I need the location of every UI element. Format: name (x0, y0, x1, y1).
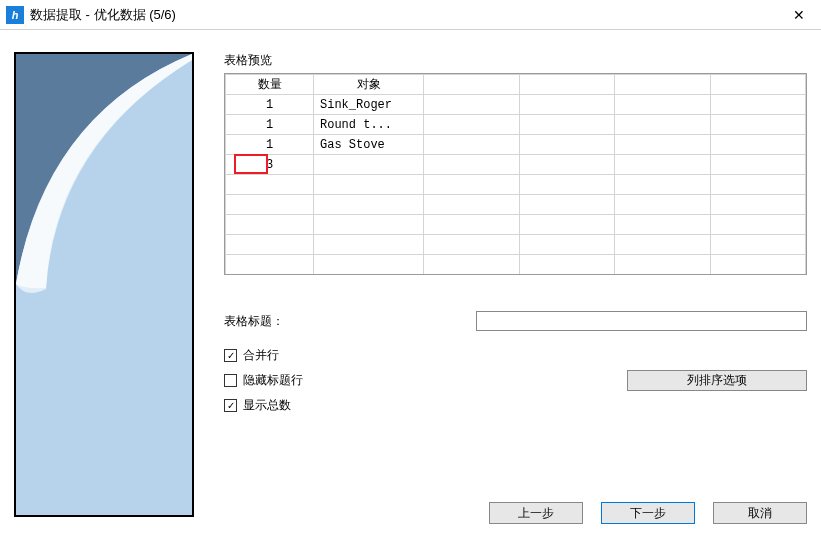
highlight-box (234, 154, 268, 174)
cell-qty[interactable]: 1 (226, 95, 314, 115)
table-preview-label: 表格预览 (224, 52, 807, 69)
cell-obj[interactable]: Gas Stove (314, 135, 424, 155)
table-header-row: 数量 对象 (226, 75, 806, 95)
table-title-label: 表格标题： (224, 313, 476, 330)
page-preview (14, 52, 194, 517)
next-button[interactable]: 下一步 (601, 502, 695, 524)
table-row[interactable]: 1 Gas Stove (226, 135, 806, 155)
cell-qty[interactable]: 1 (226, 115, 314, 135)
window-title: 数据提取 - 优化数据 (5/6) (30, 6, 777, 24)
table-row[interactable]: 1 Sink_Roger (226, 95, 806, 115)
merge-rows-label: 合并行 (243, 347, 279, 364)
cancel-button[interactable]: 取消 (713, 502, 807, 524)
hide-header-checkbox[interactable] (224, 374, 237, 387)
cell-qty[interactable]: 1 (226, 135, 314, 155)
col-header-qty[interactable]: 数量 (226, 75, 314, 95)
app-icon: h (6, 6, 24, 24)
table-row[interactable]: 1 Round t... (226, 115, 806, 135)
close-icon[interactable]: ✕ (777, 0, 821, 30)
merge-rows-checkbox[interactable]: ✓ (224, 349, 237, 362)
col-header-obj[interactable]: 对象 (314, 75, 424, 95)
preview-table[interactable]: 数量 对象 1 Sink_Roger 1 Round t... 1 Gas St… (224, 73, 807, 275)
cell-obj[interactable]: Round t... (314, 115, 424, 135)
cell-total-obj[interactable] (314, 155, 424, 175)
show-total-label: 显示总数 (243, 397, 291, 414)
cell-total-qty[interactable]: 3 (226, 155, 314, 175)
show-total-checkbox[interactable]: ✓ (224, 399, 237, 412)
table-title-input[interactable] (476, 311, 807, 331)
column-sort-button[interactable]: 列排序选项 (627, 370, 807, 391)
title-bar: h 数据提取 - 优化数据 (5/6) ✕ (0, 0, 821, 30)
table-total-row[interactable]: 3 (226, 155, 806, 175)
prev-button[interactable]: 上一步 (489, 502, 583, 524)
cell-obj[interactable]: Sink_Roger (314, 95, 424, 115)
hide-header-label: 隐藏标题行 (243, 372, 303, 389)
